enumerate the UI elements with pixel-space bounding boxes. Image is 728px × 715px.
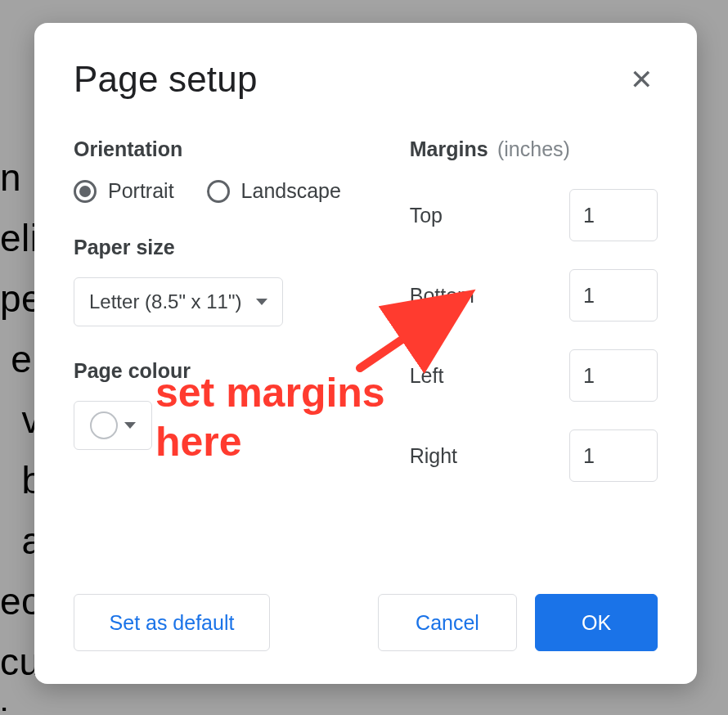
dialog-title: Page setup [74,59,258,100]
margins-unit [492,137,497,160]
orientation-label: Orientation [74,137,377,161]
margin-right-label: Right [410,444,457,468]
landscape-label: Landscape [241,179,341,203]
margin-row-bottom: Bottom [410,269,658,322]
page-setup-dialog: Page setup ✕ Orientation Portrait Landsc… [34,23,697,684]
margin-bottom-label: Bottom [410,284,474,308]
margin-left-input[interactable] [569,349,658,402]
paper-size-value: Letter (8.5" x 11") [89,290,241,313]
set-as-default-button[interactable]: Set as default [74,594,270,651]
margin-top-label: Top [410,204,443,227]
cancel-button[interactable]: Cancel [378,594,517,651]
portrait-label: Portrait [108,179,174,203]
right-column: Margins (inches) Top Bottom Left Right [410,137,658,482]
color-swatch-icon [90,411,118,439]
dialog-header: Page setup ✕ [74,59,658,100]
paper-size-select[interactable]: Letter (8.5" x 11") [74,277,283,326]
margin-left-label: Left [410,364,444,388]
radio-icon [74,180,97,203]
margin-top-input[interactable] [569,189,658,241]
paper-size-label: Paper size [74,236,377,259]
margins-unit-text: (inches) [497,137,570,160]
radio-icon [207,180,230,203]
margin-row-right: Right [410,429,658,482]
margins-header: Margins (inches) [410,137,658,161]
dialog-content: Orientation Portrait Landscape Paper siz… [74,137,658,482]
chevron-down-icon [256,299,267,305]
margin-right-input[interactable] [569,429,658,482]
margin-row-top: Top [410,189,658,241]
margins-label: Margins [410,137,488,160]
margin-bottom-input[interactable] [569,269,658,322]
orientation-portrait[interactable]: Portrait [74,179,174,203]
close-icon[interactable]: ✕ [625,65,658,93]
margin-row-left: Left [410,349,658,402]
page-color-select[interactable] [74,401,152,450]
orientation-radio-group: Portrait Landscape [74,179,377,203]
page-color-label: Page colour [74,359,377,383]
dialog-button-bar: Set as default Cancel OK [74,594,658,651]
ok-button[interactable]: OK [535,594,658,651]
left-column: Orientation Portrait Landscape Paper siz… [74,137,377,482]
chevron-down-icon [124,422,136,429]
orientation-landscape[interactable]: Landscape [207,179,341,203]
